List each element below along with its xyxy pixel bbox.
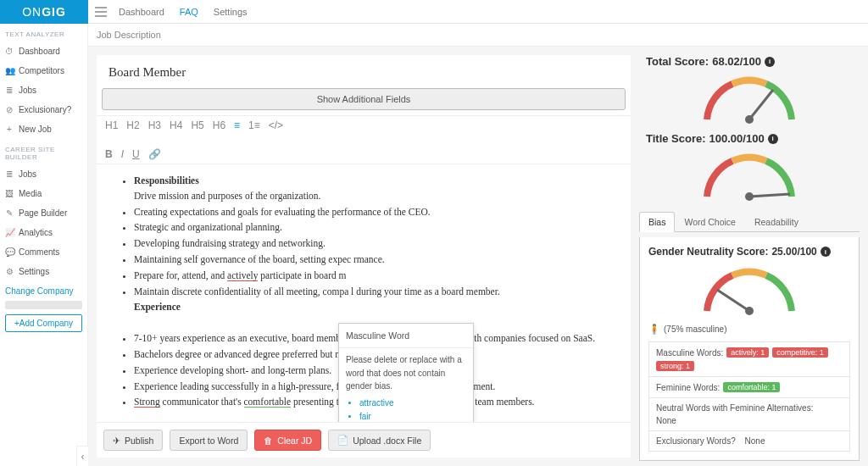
tab-bias[interactable]: Bias	[639, 212, 675, 232]
h3-button[interactable]: H3	[148, 119, 161, 131]
editor-body[interactable]: Responsibilities Drive mission and purpo…	[97, 164, 631, 422]
nav-faq[interactable]: FAQ	[180, 7, 198, 17]
masc-badge[interactable]: competitive: 1	[772, 347, 828, 358]
brand-logo: ONGIG	[0, 0, 88, 24]
plus-icon: +	[5, 125, 14, 134]
tooltip-heading: Masculine Word	[339, 324, 473, 348]
masc-badge[interactable]: actively: 1	[726, 347, 769, 358]
total-score-label: Total Score:	[646, 55, 709, 68]
suggestion-item[interactable]: attractive	[359, 397, 466, 410]
sidebar-item-dashboard[interactable]: ⏱Dashboard	[0, 42, 87, 61]
resp-bullet: Strategic and organizational planning.	[134, 220, 614, 236]
fem-badge[interactable]: comfortable: 1	[723, 382, 780, 392]
gender-neutrality-value: 25.00/100	[771, 246, 816, 258]
svg-line-1	[749, 90, 773, 119]
h4-button[interactable]: H4	[170, 119, 182, 131]
sidebar-item-label: Media	[19, 189, 42, 198]
masculine-percent: (75% masculine)	[664, 325, 726, 334]
tab-word-choice[interactable]: Word Choice	[675, 212, 745, 232]
upload-docx-button[interactable]: 📄Upload .docx File	[328, 430, 431, 451]
svg-line-5	[717, 290, 749, 311]
nav-settings[interactable]: Settings	[214, 7, 248, 17]
sidebar: TEXT ANALYZER ⏱Dashboard 👥Competitors ≣J…	[0, 24, 88, 466]
sidebar-item-settings[interactable]: ⚙Settings	[0, 262, 87, 281]
show-additional-fields-button[interactable]: Show Additional Fields	[102, 88, 626, 110]
sidebar-item-analytics[interactable]: 📈Analytics	[0, 223, 87, 242]
users-icon: 👥	[5, 66, 14, 75]
chart-icon: 📈	[5, 228, 14, 237]
resp-lead: Drive mission and purposes of the organi…	[134, 191, 320, 201]
underline-button[interactable]: U	[132, 148, 140, 160]
score-panel: Total Score: 68.02/100 i	[639, 55, 860, 458]
ol-button[interactable]: 1≡	[248, 119, 260, 131]
flagged-word-comfortable[interactable]: comfortable	[244, 397, 292, 408]
resp-bullet: Prepare for, attend, and actively partic…	[134, 269, 614, 284]
h2-button[interactable]: H2	[126, 119, 139, 131]
h1-button[interactable]: H1	[105, 119, 118, 131]
resp-bullet: Maintaining self governance of the board…	[134, 252, 614, 268]
neutral-words-value: None	[656, 416, 676, 425]
clear-jd-button[interactable]: 🗑Clear JD	[254, 430, 321, 451]
sidebar-section-analyzer: TEXT ANALYZER	[0, 24, 87, 42]
sidebar-item-competitors[interactable]: 👥Competitors	[0, 61, 87, 80]
word-table: Masculine Words: actively: 1 competitive…	[648, 341, 850, 452]
sidebar-collapse-icon[interactable]: ‹	[76, 446, 88, 466]
sidebar-item-new-job[interactable]: +New Job	[0, 119, 87, 139]
title-score-gauge	[639, 150, 860, 201]
sidebar-item-label: Competitors	[19, 66, 64, 75]
bold-button[interactable]: B	[105, 148, 113, 160]
sidebar-item-jobs2[interactable]: ≣Jobs	[0, 164, 87, 184]
add-company-button[interactable]: +Add Company	[5, 314, 82, 332]
paper-plane-icon: ✈	[113, 435, 120, 446]
sidebar-item-label: Jobs	[19, 86, 36, 95]
excl-words-value: None	[745, 436, 765, 446]
file-icon: 📄	[337, 435, 348, 446]
top-nav: Dashboard FAQ Settings	[114, 7, 248, 17]
experience-heading: Experience	[134, 302, 181, 312]
sidebar-item-media[interactable]: 🖼Media	[0, 184, 87, 203]
info-icon[interactable]: i	[821, 247, 831, 257]
flagged-word-actively[interactable]: actively	[227, 270, 258, 281]
gender-neutrality-gauge	[648, 264, 850, 315]
change-company-link[interactable]: Change Company	[0, 281, 87, 301]
sidebar-item-label: Exclusionary?	[19, 105, 71, 114]
sidebar-item-exclusionary[interactable]: ⊘Exclusionary?	[0, 100, 87, 119]
h6-button[interactable]: H6	[213, 119, 225, 131]
flagged-word-strong[interactable]: Strong	[134, 397, 160, 408]
tooltip-instruction: Please delete or replace with a word tha…	[346, 353, 466, 393]
menu-toggle-icon[interactable]	[88, 7, 114, 17]
sidebar-item-comments[interactable]: 💬Comments	[0, 242, 87, 262]
link-button[interactable]: 🔗	[148, 148, 161, 160]
sidebar-item-page-builder[interactable]: ✎Page Builder	[0, 203, 87, 223]
total-score-value: 68.02/100	[712, 55, 761, 68]
ul-button[interactable]: ≡	[234, 119, 240, 131]
h5-button[interactable]: H5	[191, 119, 203, 131]
suggestion-item[interactable]: fair	[359, 410, 466, 422]
svg-line-3	[749, 194, 790, 197]
nav-dashboard[interactable]: Dashboard	[119, 7, 164, 17]
sidebar-item-label: Page Builder	[19, 208, 67, 218]
resp-bullet: Creating expectations and goals for eval…	[134, 205, 614, 220]
masc-badge[interactable]: strong: 1	[656, 361, 694, 371]
title-score-label: Title Score:	[646, 132, 706, 145]
tab-readability[interactable]: Readability	[745, 212, 808, 232]
responsibilities-heading: Responsibilities	[134, 175, 199, 186]
sidebar-item-jobs[interactable]: ≣Jobs	[0, 80, 87, 100]
italic-button[interactable]: I	[121, 148, 124, 160]
pencil-icon: ✎	[5, 208, 14, 218]
info-icon[interactable]: i	[765, 57, 775, 67]
editor-panel: Board Member Show Additional Fields H1 H…	[97, 55, 631, 458]
sidebar-item-label: Comments	[19, 247, 59, 257]
trash-icon: 🗑	[264, 435, 273, 446]
info-icon[interactable]: i	[768, 134, 778, 144]
title-score-value: 100.00/100	[709, 132, 765, 145]
page-title: Board Member	[97, 55, 631, 88]
code-button[interactable]: </>	[269, 119, 283, 131]
export-word-button[interactable]: Export to Word	[170, 430, 248, 451]
editor-toolbar: H1 H2 H3 H4 H5 H6 ≡ 1≡ </> B I U 🔗	[97, 115, 631, 164]
list-icon: ≣	[5, 86, 14, 95]
comment-icon: 💬	[5, 247, 14, 257]
gender-neutrality-label: Gender Neutrality Score:	[648, 246, 768, 258]
publish-button[interactable]: ✈Publish	[103, 430, 163, 451]
sidebar-item-label: Dashboard	[19, 47, 60, 56]
